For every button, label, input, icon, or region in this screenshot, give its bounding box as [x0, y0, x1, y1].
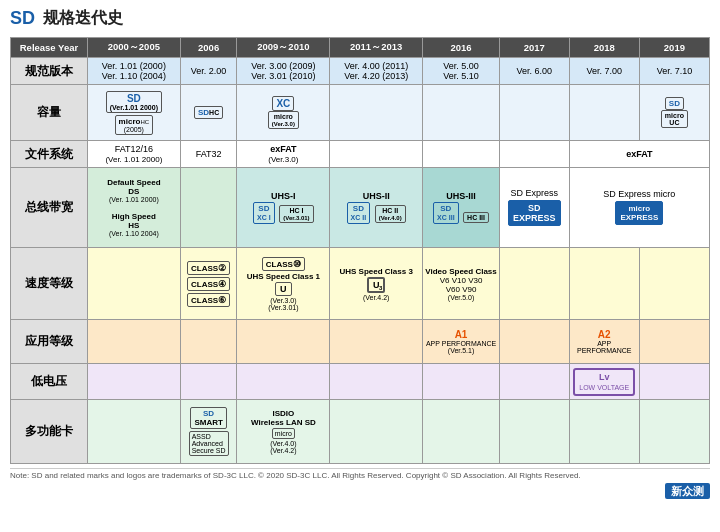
bus-2018: SD Express micro microEXPRESS — [569, 168, 709, 248]
row-filesystem: 文件系统 FAT12/16(Ver. 1.01 2000) FAT32 exFA… — [11, 141, 710, 168]
label-lowvoltage: 低电压 — [11, 364, 88, 400]
label-filesystem: 文件系统 — [11, 141, 88, 168]
app-2016: A1 APP PERFORMANCE (Ver.5.1) — [423, 320, 500, 364]
mf-2011 — [330, 400, 423, 464]
year-2019: 2019 — [639, 38, 709, 58]
row-bus: 总线带宽 Default SpeedDS (Ver. 1.01 2000) Hi… — [11, 168, 710, 248]
lv-2009 — [237, 364, 330, 400]
spec-table: Release Year 2000～2005 2006 2009～2010 20… — [10, 37, 710, 464]
header-row: Release Year 2000～2005 2006 2009～2010 20… — [11, 38, 710, 58]
capacity-2006: SDHC — [180, 85, 237, 141]
fs-2016 — [423, 141, 500, 168]
lv-2011 — [330, 364, 423, 400]
version-2019: Ver. 7.10 — [639, 58, 709, 85]
version-2018: Ver. 7.00 — [569, 58, 639, 85]
fs-2006: FAT32 — [180, 141, 237, 168]
lv-2000 — [87, 364, 180, 400]
year-2011: 2011～2013 — [330, 38, 423, 58]
speed-2006: CLASS② CLASS④ CLASS⑥ — [180, 248, 237, 320]
label-version: 规范版本 — [11, 58, 88, 85]
mf-2000 — [87, 400, 180, 464]
row-capacity: 容量 SD (Ver.1.01 2000) microHC (2005) SDH… — [11, 85, 710, 141]
version-2000: Ver. 1.01 (2000)Ver. 1.10 (2004) — [87, 58, 180, 85]
speed-2018 — [569, 248, 639, 320]
fs-2009: exFAT(Ver.3.0) — [237, 141, 330, 168]
year-2000: 2000～2005 — [87, 38, 180, 58]
lv-2006 — [180, 364, 237, 400]
capacity-2009: XC micro(Ver.3.0) — [237, 85, 330, 141]
version-2006: Ver. 2.00 — [180, 58, 237, 85]
row-app: 应用等级 A1 APP PERFORMANCE (Ver.5.1) A2 APP… — [11, 320, 710, 364]
lv-2017 — [500, 364, 570, 400]
year-2016: 2016 — [423, 38, 500, 58]
mf-2019 — [639, 400, 709, 464]
watermark: 新众测 — [665, 483, 710, 499]
capacity-2019: SD microUC — [639, 85, 709, 141]
title-text: 规格迭代史 — [43, 8, 123, 29]
mf-2018 — [569, 400, 639, 464]
capacity-2017 — [500, 85, 570, 141]
bus-2016: UHS-III SD XC III HC III — [423, 168, 500, 248]
row-version: 规范版本 Ver. 1.01 (2000)Ver. 1.10 (2004) Ve… — [11, 58, 710, 85]
version-2017: Ver. 6.00 — [500, 58, 570, 85]
title-area: SD 规格迭代史 — [10, 8, 710, 29]
speed-2017 — [500, 248, 570, 320]
fs-2018: exFAT — [569, 141, 709, 168]
fs-2000: FAT12/16(Ver. 1.01 2000) — [87, 141, 180, 168]
label-multifunction: 多功能卡 — [11, 400, 88, 464]
app-2009 — [237, 320, 330, 364]
version-2016: Ver. 5.00Ver. 5.10 — [423, 58, 500, 85]
fs-2017 — [500, 141, 570, 168]
row-lowvoltage: 低电压 LvLOW VOLTAGE — [11, 364, 710, 400]
year-2017: 2017 — [500, 38, 570, 58]
year-2018: 2018 — [569, 38, 639, 58]
year-2006: 2006 — [180, 38, 237, 58]
mf-2016 — [423, 400, 500, 464]
speed-2009: CLASS⑩ UHS Speed Class 1 U (Ver.3.0) (Ve… — [237, 248, 330, 320]
row-speed: 速度等级 CLASS② CLASS④ CLASS⑥ CLASS⑩ UHS Spe… — [11, 248, 710, 320]
watermark-area: 新众测 — [10, 484, 710, 499]
release-year-header: Release Year — [11, 38, 88, 58]
capacity-2018 — [569, 85, 639, 141]
version-2009: Ver. 3.00 (2009)Ver. 3.01 (2010) — [237, 58, 330, 85]
app-2017 — [500, 320, 570, 364]
label-capacity: 容量 — [11, 85, 88, 141]
bus-2006 — [180, 168, 237, 248]
speed-2000 — [87, 248, 180, 320]
capacity-2016 — [423, 85, 500, 141]
bus-2011: UHS-II SD XC II HC II(Ver.4.0) — [330, 168, 423, 248]
app-2019 — [639, 320, 709, 364]
mf-2006: SDSMART ASSDAdvancedSecure SD — [180, 400, 237, 464]
speed-2011: UHS Speed Class 3 U3 (Ver.4.2) — [330, 248, 423, 320]
speed-2016: Video Speed Class V6 V10 V30 V60 V90 (Ve… — [423, 248, 500, 320]
app-2006 — [180, 320, 237, 364]
app-2018: A2 APP PERFORMANCE — [569, 320, 639, 364]
row-multifunction: 多功能卡 SDSMART ASSDAdvancedSecure SD ISDIO… — [11, 400, 710, 464]
fs-2011 — [330, 141, 423, 168]
lv-2019 — [639, 364, 709, 400]
speed-2019 — [639, 248, 709, 320]
version-2011: Ver. 4.00 (2011)Ver. 4.20 (2013) — [330, 58, 423, 85]
mf-2017 — [500, 400, 570, 464]
lv-2018: LvLOW VOLTAGE — [569, 364, 639, 400]
label-app: 应用等级 — [11, 320, 88, 364]
app-2000 — [87, 320, 180, 364]
year-2009: 2009～2010 — [237, 38, 330, 58]
bus-2009: UHS-I SD XC I HC I(Ver.3.01) — [237, 168, 330, 248]
capacity-2011 — [330, 85, 423, 141]
label-speed: 速度等级 — [11, 248, 88, 320]
bus-2017: SD Express SDEXPRESS — [500, 168, 570, 248]
lv-2016 — [423, 364, 500, 400]
mf-2009: ISDIOWireless LAN SD micro (Ver.4.0) (Ve… — [237, 400, 330, 464]
label-bus: 总线带宽 — [11, 168, 88, 248]
app-2011 — [330, 320, 423, 364]
capacity-2000: SD (Ver.1.01 2000) microHC (2005) — [87, 85, 180, 141]
bus-2000: Default SpeedDS (Ver. 1.01 2000) High Sp… — [87, 168, 180, 248]
title-sd: SD — [10, 8, 35, 29]
note-text: Note: SD and related marks and logos are… — [10, 468, 710, 482]
